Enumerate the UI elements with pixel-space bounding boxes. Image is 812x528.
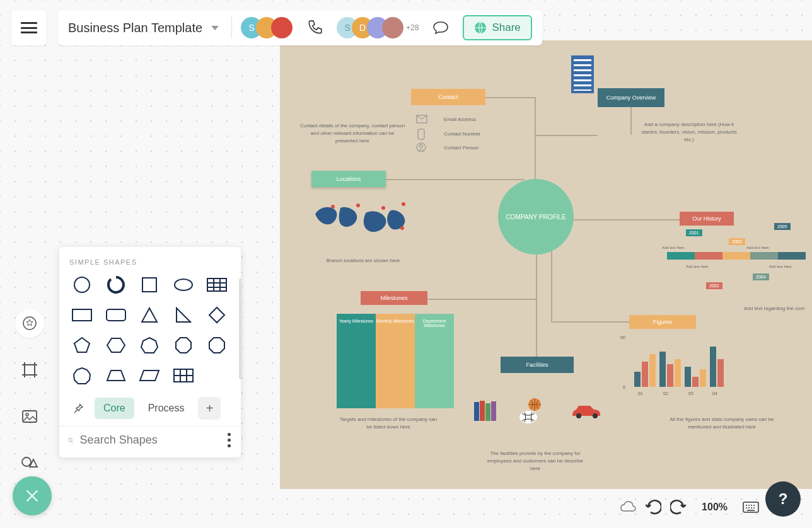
shape-right-triangle[interactable] [168, 302, 199, 328]
shape-rounded-rect[interactable] [101, 302, 131, 328]
caption-facilities: The facilities provide by the company fo… [482, 450, 589, 473]
svg-point-19 [381, 206, 385, 210]
shape-grid[interactable] [168, 363, 199, 388]
node-contact[interactable]: Contact [411, 89, 485, 105]
contact-row-email: Email Address [444, 116, 476, 123]
globe-icon [474, 21, 487, 34]
tab-core[interactable]: Core [95, 398, 134, 419]
svg-point-27 [519, 411, 537, 423]
share-label: Share [492, 21, 520, 34]
svg-point-17 [331, 205, 335, 209]
tab-process[interactable]: Process [139, 398, 194, 419]
books-icon [473, 399, 498, 422]
chat-icon[interactable] [432, 21, 449, 35]
building-icon [571, 55, 594, 93]
title-dropdown-icon[interactable] [211, 26, 219, 30]
document-title[interactable]: Business Plan Template [68, 21, 202, 35]
shape-octagon[interactable] [168, 333, 199, 358]
svg-rect-25 [491, 401, 496, 421]
svg-rect-10 [107, 309, 125, 321]
menu-button[interactable] [11, 10, 47, 45]
svg-point-29 [593, 413, 598, 418]
help-button[interactable]: ? [765, 481, 801, 517]
shape-trapezoid[interactable] [101, 363, 131, 388]
node-facilities[interactable]: Facilities [501, 357, 574, 373]
svg-rect-23 [480, 401, 485, 421]
image-tool[interactable] [15, 402, 44, 431]
star-tool[interactable] [15, 309, 44, 338]
caption-history: Add text regarding the com [744, 305, 812, 313]
shape-search-row [59, 426, 241, 457]
hamburger-icon [21, 22, 37, 33]
close-panel-button[interactable] [13, 476, 52, 515]
timeline-text: Add text here [686, 265, 709, 268]
timeline-bar [667, 252, 806, 260]
shape-circle[interactable] [67, 272, 97, 297]
add-library-button[interactable]: + [198, 397, 221, 420]
shape-ellipse[interactable] [168, 272, 199, 297]
pin-button[interactable] [67, 397, 90, 420]
cloud-sync-icon[interactable] [620, 499, 636, 515]
phone-icon[interactable] [306, 20, 323, 36]
center-node[interactable]: COMPANY PROFILE [498, 179, 574, 255]
bottom-status-bar: 100% [620, 499, 759, 515]
node-overview[interactable]: Company Overview [598, 88, 664, 107]
zoom-level[interactable]: 100% [695, 499, 734, 515]
keyboard-icon[interactable] [743, 499, 759, 515]
world-map-graphic [309, 195, 412, 246]
svg-rect-14 [418, 129, 424, 139]
shape-table[interactable] [202, 272, 232, 297]
share-button[interactable]: Share [463, 15, 531, 40]
node-locations[interactable]: Locations [311, 171, 386, 187]
person-icon [416, 142, 426, 152]
caption-overview: Add a company description here (How it s… [637, 121, 741, 144]
panel-section-label: SIMPLE SHAPES [59, 258, 241, 272]
redo-icon[interactable] [670, 499, 687, 515]
shape-pentagon[interactable] [67, 333, 97, 358]
collaborator-avatars-1[interactable]: S [241, 17, 293, 38]
diagram-canvas[interactable]: COMPANY PROFILE Contact Contact details … [280, 40, 812, 489]
frame-tool[interactable] [15, 355, 44, 384]
svg-point-28 [576, 413, 581, 418]
left-tool-rail [15, 309, 44, 478]
timeline-year: 2003 [729, 238, 745, 245]
shape-search-input[interactable] [80, 433, 226, 447]
svg-point-20 [402, 202, 405, 206]
svg-rect-24 [485, 403, 490, 421]
shape-hexagon[interactable] [101, 333, 131, 358]
node-figures[interactable]: Figures [629, 315, 696, 329]
timeline-text: Add text here [746, 246, 769, 250]
avatar[interactable] [271, 17, 293, 38]
caption-contact: Contact details of the company, contact … [299, 122, 406, 145]
email-icon [416, 115, 427, 123]
avatar-overflow-count[interactable]: +28 [406, 23, 419, 32]
shape-square[interactable] [134, 272, 165, 297]
shape-diamond[interactable] [202, 302, 232, 328]
svg-rect-6 [142, 278, 156, 292]
pillar-monthly: Monthly Milestones [376, 314, 415, 408]
shape-rectangle[interactable] [67, 302, 97, 328]
timeline-year: 2002 [706, 282, 722, 289]
timeline-text: Add text here [662, 246, 685, 250]
node-history[interactable]: Our History [680, 212, 734, 226]
shape-triangle[interactable] [134, 302, 165, 328]
shape-nonagon[interactable] [67, 363, 97, 388]
caption-locations: Branch locations are shown here [319, 257, 407, 265]
avatar[interactable] [382, 17, 403, 38]
undo-icon[interactable] [645, 499, 661, 515]
more-options-button[interactable] [226, 433, 232, 447]
svg-point-4 [22, 457, 31, 466]
svg-point-7 [175, 279, 192, 290]
shape-heptagon[interactable] [134, 333, 165, 358]
svg-rect-2 [23, 411, 37, 422]
shape-parallelogram[interactable] [134, 363, 165, 388]
caption-milestones: Targets and milestones of the company ca… [338, 416, 439, 431]
collaborator-avatars-2[interactable]: S D +28 [337, 17, 419, 38]
svg-point-18 [356, 204, 360, 207]
shape-arc[interactable] [101, 272, 131, 297]
node-milestones[interactable]: Milestones [361, 291, 427, 305]
figures-chart: 90 0 01 02 03 04 [630, 341, 719, 396]
timeline-text: Add text here [769, 265, 792, 268]
shape-octagon-2[interactable] [202, 333, 232, 358]
shapes-tool[interactable] [15, 449, 44, 478]
